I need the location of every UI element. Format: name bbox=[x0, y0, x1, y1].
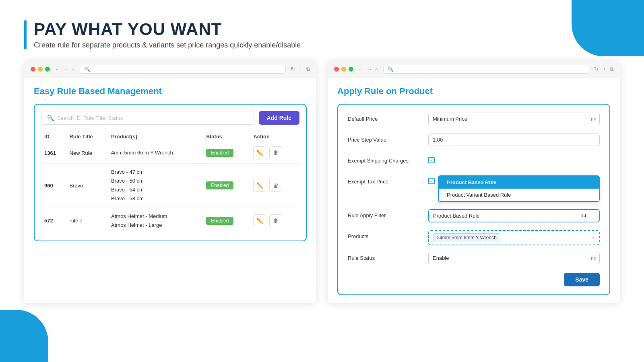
edit-button-572[interactable]: ✏️ bbox=[253, 214, 266, 227]
status-badge-572: Enabled bbox=[206, 217, 233, 225]
form-row-exempt-shipping: Exempt Shipping Charges ✓ bbox=[348, 154, 600, 169]
products-control: ×4mm 5mm 6mm Y-Wrench × bbox=[428, 230, 600, 245]
action-btns-960: ✏️ 🗑 bbox=[253, 179, 296, 192]
nav-back[interactable]: ← bbox=[55, 66, 60, 72]
status-badge-1361: Enabled bbox=[206, 149, 233, 157]
nav-back-right[interactable]: ← bbox=[358, 66, 363, 72]
duplicate-icon[interactable]: ⧉ bbox=[306, 66, 310, 72]
exempt-shipping-control: ✓ bbox=[428, 154, 600, 163]
status-572: Enabled bbox=[203, 208, 250, 234]
search-icon: 🔍 bbox=[47, 115, 54, 121]
edit-button-960[interactable]: ✏️ bbox=[253, 179, 266, 192]
browser-address-bar[interactable]: 🔍 bbox=[80, 65, 286, 74]
rule-type-dropdown-options: Product Based Rule Product Variant Based… bbox=[438, 175, 600, 202]
action-btns-572: ✏️ 🗑 bbox=[253, 214, 296, 227]
add-rule-button[interactable]: Add Rule bbox=[259, 111, 299, 125]
products-tag-container[interactable]: ×4mm 5mm 6mm Y-Wrench × bbox=[428, 230, 600, 245]
edit-button-1361[interactable]: ✏️ bbox=[253, 146, 266, 159]
rule-status-control: Enable ⬆⬇ bbox=[428, 252, 600, 264]
chevron-down-icon: ⬆⬇ bbox=[580, 214, 587, 218]
save-button[interactable]: Save bbox=[564, 273, 600, 286]
window-dots-right bbox=[334, 67, 353, 72]
dot-red[interactable] bbox=[31, 67, 35, 72]
refresh-icon[interactable]: ↻ bbox=[291, 66, 295, 72]
nav-forward[interactable]: → bbox=[63, 66, 68, 72]
rule-list-container: 🔍 Search ID, Rule Title, Status Add Rule… bbox=[34, 104, 307, 241]
col-action: Action bbox=[250, 131, 299, 142]
exempt-tax-checkbox[interactable]: ✓ bbox=[428, 178, 435, 184]
col-rule-title: Rule Title bbox=[66, 131, 108, 142]
dot-green-right[interactable] bbox=[349, 67, 353, 72]
status-1361: Enabled bbox=[203, 142, 250, 164]
apply-rule-container: Default Price ⬆⬇ Minimum Price Price Ste… bbox=[337, 104, 610, 295]
default-price-select[interactable]: Minimum Price bbox=[428, 113, 600, 125]
refresh-icon-right[interactable]: ↻ bbox=[594, 66, 599, 72]
page-header: PAY WHAT YOU WANT Create rule for separa… bbox=[24, 20, 620, 49]
table-row: 1361 New Rule 4mm 5mm 6mm Y-Wrench Enabl… bbox=[41, 142, 299, 164]
table-row: 960 Bravo Bravo - 47 cmBravo - 50 cmBrav… bbox=[41, 164, 299, 208]
browser-actions-right: ↻ + ⧉ bbox=[594, 66, 613, 72]
rule-title-bravo: Bravo bbox=[66, 164, 108, 208]
browser-actions: ↻ + ⧉ bbox=[291, 66, 310, 72]
page-subtitle: Create rule for separate products & vari… bbox=[34, 41, 301, 49]
option-product-based[interactable]: Product Based Rule bbox=[439, 176, 599, 189]
rule-status-label: Rule Status bbox=[348, 252, 428, 261]
products-572: Atmos Helmet - MediumAtmos Helmet - Larg… bbox=[108, 208, 203, 234]
price-step-input[interactable] bbox=[428, 134, 600, 146]
search-icon-right: 🔍 bbox=[388, 66, 394, 72]
dot-yellow-right[interactable] bbox=[341, 67, 346, 72]
exempt-shipping-label: Exempt Shipping Charges bbox=[348, 154, 428, 164]
rule-apply-filter-label: Rule Apply Filter bbox=[348, 209, 428, 218]
search-add-row: 🔍 Search ID, Rule Title, Status Add Rule bbox=[41, 111, 299, 125]
search-box[interactable]: 🔍 Search ID, Rule Title, Status bbox=[41, 111, 254, 125]
browsers-row: ← → ⌂ 🔍 ↻ + ⧉ Easy Rule Based Management bbox=[24, 61, 620, 303]
right-browser-body: Apply Rule on Product Default Price ⬆⬇ M… bbox=[328, 78, 620, 303]
remove-product-icon[interactable]: × bbox=[592, 235, 595, 240]
delete-button-572[interactable]: 🗑 bbox=[269, 214, 282, 227]
dot-yellow[interactable] bbox=[38, 67, 43, 72]
default-price-label: Default Price bbox=[348, 113, 428, 122]
browser-nav-right: ← → ⌂ bbox=[358, 66, 378, 72]
price-step-control bbox=[428, 134, 600, 146]
option-label-product: Product Based Rule bbox=[447, 179, 497, 185]
nav-home-right[interactable]: ⌂ bbox=[375, 66, 378, 72]
dot-green[interactable] bbox=[45, 67, 50, 72]
rule-apply-filter-control: Product Based Rule ⬆⬇ bbox=[428, 209, 600, 222]
nav-forward-right[interactable]: → bbox=[367, 66, 372, 72]
browser-address-bar-right[interactable]: 🔍 bbox=[383, 65, 590, 74]
products-1361: 4mm 5mm 6mm Y-Wrench bbox=[108, 142, 203, 164]
left-browser-bar: ← → ⌂ 🔍 ↻ + ⧉ bbox=[24, 61, 316, 78]
rule-id-1361: 1361 bbox=[41, 142, 66, 164]
dot-red-right[interactable] bbox=[334, 67, 339, 72]
products-960: Bravo - 47 cmBravo - 50 cmBravo - 54 cmB… bbox=[108, 164, 203, 208]
product-tag: ×4mm 5mm 6mm Y-Wrench bbox=[433, 233, 500, 242]
delete-button-960[interactable]: 🗑 bbox=[269, 179, 282, 192]
save-row: Save bbox=[348, 273, 600, 286]
option-variant-based[interactable]: Product Variant Based Rule bbox=[439, 189, 599, 201]
exempt-shipping-checkbox[interactable]: ✓ bbox=[428, 157, 435, 163]
col-status: Status bbox=[203, 131, 250, 142]
action-btns-1361: ✏️ 🗑 bbox=[253, 146, 296, 159]
delete-button-1361[interactable]: 🗑 bbox=[269, 146, 282, 159]
table-row: 572 rule 7 Atmos Helmet - MediumAtmos He… bbox=[41, 208, 299, 234]
rule-status-select[interactable]: Enable bbox=[428, 252, 600, 264]
left-window-title: Easy Rule Based Management bbox=[34, 86, 307, 97]
new-tab-icon-right[interactable]: + bbox=[603, 66, 606, 72]
rule-id-572: 572 bbox=[41, 208, 66, 234]
left-browser-body: Easy Rule Based Management 🔍 Search ID, … bbox=[24, 78, 316, 249]
form-row-default-price: Default Price ⬆⬇ Minimum Price bbox=[348, 113, 600, 127]
form-row-rule-apply-filter: Rule Apply Filter Product Based Rule ⬆⬇ bbox=[348, 209, 600, 224]
new-tab-icon[interactable]: + bbox=[299, 66, 302, 72]
col-id: ID bbox=[41, 131, 66, 142]
duplicate-icon-right[interactable]: ⧉ bbox=[610, 66, 613, 72]
status-960: Enabled bbox=[203, 164, 250, 208]
price-step-label: Price Step Value bbox=[348, 134, 428, 143]
exempt-tax-control: ✓ Product Based Rule bbox=[428, 175, 600, 184]
rule-id-960: 960 bbox=[41, 164, 66, 208]
rule-apply-filter-select[interactable]: Product Based Rule ⬆⬇ bbox=[428, 209, 600, 222]
rules-table: ID Rule Title Product(s) Status Action 1… bbox=[41, 131, 299, 234]
option-label-variant: Product Variant Based Rule bbox=[447, 192, 511, 198]
form-row-price-step: Price Step Value bbox=[348, 134, 600, 148]
rule-title-rule7: rule 7 bbox=[66, 208, 108, 234]
nav-home[interactable]: ⌂ bbox=[72, 66, 75, 72]
